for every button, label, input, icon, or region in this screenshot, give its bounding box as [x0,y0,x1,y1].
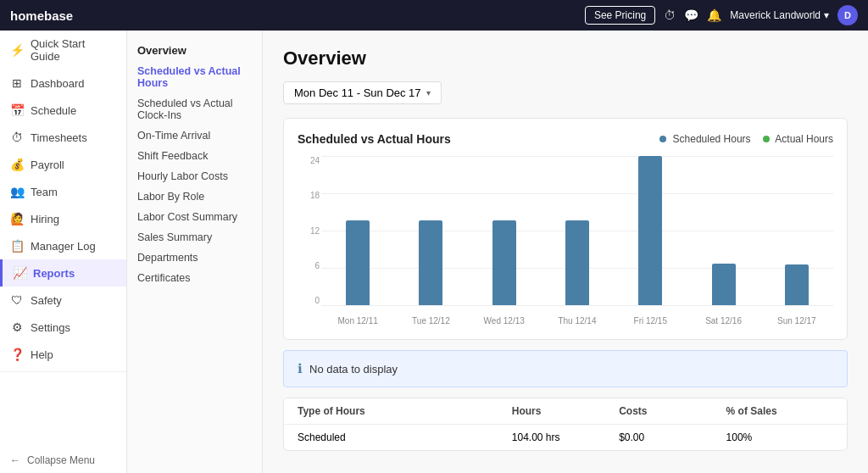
bar-fri [638,156,662,305]
sidebar-item-hiring[interactable]: 🙋 Hiring [0,205,126,232]
x-label-fri: Fri 12/15 [614,316,687,326]
sub-navigation: Overview Scheduled vs Actual Hours Sched… [127,31,263,473]
top-navigation: homebase See Pricing ⏱ 💬 🔔 Maverick Land… [0,0,868,31]
collapse-arrow-icon: ← [10,454,20,466]
safety-icon: 🛡 [10,293,24,307]
user-menu[interactable]: Maverick Landworld ▾ [730,9,829,21]
sidebar-item-dashboard[interactable]: ⊞ Dashboard [0,70,126,97]
cell-type: Scheduled [298,431,512,443]
bar-group-mon [321,156,394,305]
avatar[interactable]: D [837,5,858,25]
sidebar-item-manager-log[interactable]: 📋 Manager Log [0,232,126,259]
subnav-item-departments[interactable]: Departments [127,248,262,268]
y-axis: 24 18 12 6 0 [298,156,320,305]
info-icon: ℹ [298,361,303,376]
hours-table: Type of Hours Hours Costs % of Sales Sch… [283,398,848,451]
schedule-icon: 📅 [10,103,24,117]
subnav-item-scheduled-actual-hours[interactable]: Scheduled vs Actual Hours [127,61,262,93]
bell-icon[interactable]: 🔔 [707,8,721,22]
bar-sat [712,264,736,305]
col-type-of-hours: Type of Hours [298,405,512,417]
pricing-button[interactable]: See Pricing [585,6,655,25]
help-icon: ❓ [10,348,24,361]
bar-group-wed [468,156,541,305]
subnav-item-certificates[interactable]: Certificates [127,268,262,288]
x-label-wed: Wed 12/13 [468,316,541,326]
reports-icon: 📈 [13,266,26,280]
no-data-message: No data to display [309,363,398,376]
chart-header: Scheduled vs Actual Hours Scheduled Hour… [298,132,833,146]
y-label-12: 12 [298,226,320,236]
sidebar-label-payroll: Payroll [31,159,64,171]
sidebar-label-manager-log: Manager Log [31,240,96,253]
subnav-item-labor-by-role[interactable]: Labor By Role [127,186,262,207]
sidebar-item-payroll[interactable]: 💰 Payroll [0,151,126,178]
sidebar-item-timesheets[interactable]: ⏱ Timesheets [0,124,126,151]
legend-scheduled-label: Scheduled Hours [673,133,751,145]
x-label-tue: Tue 12/12 [394,316,467,326]
bars-area [321,156,833,305]
sidebar-item-settings[interactable]: ⚙ Settings [0,314,126,341]
sidebar-label-dashboard: Dashboard [31,77,85,90]
app-logo: homebase [10,8,73,23]
bar-group-thu [541,156,614,305]
payroll-icon: 💰 [10,158,24,171]
col-costs: Costs [619,405,726,417]
team-icon: 👥 [10,185,24,198]
cell-hours: 104.00 hrs [512,431,619,443]
legend-scheduled: Scheduled Hours [659,133,750,145]
date-range-label: Mon Dec 11 - Sun Dec 17 [294,86,421,99]
sidebar-label-help: Help [31,348,53,361]
subnav-item-scheduled-actual-clock-ins[interactable]: Scheduled vs Actual Clock-Ins [127,93,262,125]
collapse-menu-label: Collapse Menu [27,454,95,466]
sidebar-divider [0,371,126,372]
dashboard-icon: ⊞ [10,76,24,90]
sidebar-label-safety: Safety [31,294,62,307]
bar-tue [419,220,442,305]
timer-icon[interactable]: ⏱ [664,8,676,22]
sidebar-item-reports[interactable]: 📈 Reports [0,259,126,287]
x-label-sun: Sun 12/17 [760,316,833,326]
chart-title: Scheduled vs Actual Hours [298,132,451,146]
quick-start-icon: ⚡ [10,43,24,57]
x-axis: Mon 12/11 Tue 12/12 Wed 12/13 Thu 12/14 … [321,316,833,326]
col-hours: Hours [512,405,619,417]
chat-icon[interactable]: 💬 [684,8,698,22]
sidebar-item-help[interactable]: ❓ Help [0,341,126,368]
bar-group-sun [760,156,833,305]
date-range-picker[interactable]: Mon Dec 11 - Sun Dec 17 ▾ [283,81,442,104]
sidebar-label-reports: Reports [33,267,75,280]
sidebar-item-schedule[interactable]: 📅 Schedule [0,97,126,124]
subnav-item-hourly-labor-costs[interactable]: Hourly Labor Costs [127,166,262,186]
sidebar-label-team: Team [31,186,58,198]
legend-actual-label: Actual Hours [775,133,833,145]
subnav-item-on-time-arrival[interactable]: On-Time Arrival [127,125,262,146]
chevron-down-icon: ▾ [824,9,829,21]
collapse-menu-button[interactable]: ← Collapse Menu [0,448,126,473]
manager-log-icon: 📋 [10,239,24,253]
subnav-item-sales-summary[interactable]: Sales Summary [127,227,262,248]
chart-section: Scheduled vs Actual Hours Scheduled Hour… [283,118,848,340]
table-row: Scheduled 104.00 hrs $0.00 100% [284,425,847,450]
cell-pct: 100% [726,431,833,443]
bar-wed [492,220,516,305]
sidebar-item-team[interactable]: 👥 Team [0,178,126,205]
sidebar-item-safety[interactable]: 🛡 Safety [0,287,126,314]
scheduled-dot [659,136,666,142]
sidebar-label-timesheets: Timesheets [31,131,87,144]
bar-group-tue [394,156,467,305]
bar-group-fri [614,156,687,305]
grid-line-5 [321,305,833,306]
bar-mon [346,220,370,305]
main-content: Overview Mon Dec 11 - Sun Dec 17 ▾ Sched… [263,31,868,473]
actual-dot [763,136,770,142]
subnav-header[interactable]: Overview [127,37,262,61]
x-label-mon: Mon 12/11 [321,316,394,326]
sidebar-item-quick-start[interactable]: ⚡ Quick Start Guide [0,31,126,70]
subnav-item-shift-feedback[interactable]: Shift Feedback [127,146,262,166]
subnav-item-labor-cost-summary[interactable]: Labor Cost Summary [127,207,262,227]
chart-legend: Scheduled Hours Actual Hours [659,133,833,145]
table-header: Type of Hours Hours Costs % of Sales [284,398,847,425]
sidebar-label-schedule: Schedule [31,104,76,117]
legend-actual: Actual Hours [763,133,833,145]
